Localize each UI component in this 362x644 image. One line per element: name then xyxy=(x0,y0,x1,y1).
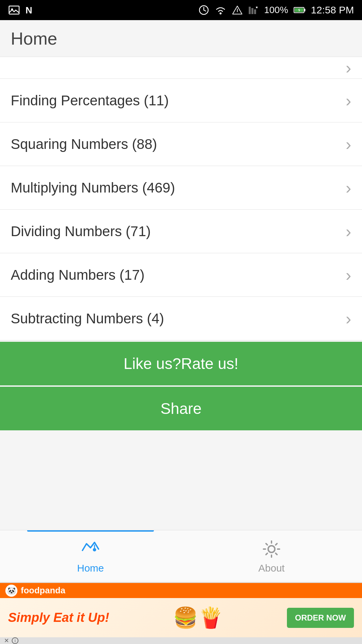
chevron-partial-icon: › xyxy=(346,58,351,77)
nav-about[interactable]: About xyxy=(181,530,362,582)
svg-point-6 xyxy=(220,12,222,14)
ad-content-left: Simply Eat it Up! xyxy=(8,610,109,625)
svg-rect-10 xyxy=(251,8,253,14)
chevron-icon: › xyxy=(346,222,351,241)
svg-rect-11 xyxy=(254,9,256,14)
clock-icon xyxy=(198,5,209,15)
list-item[interactable]: Squaring Numbers (88) › xyxy=(0,122,362,166)
list-item[interactable]: Adding Numbers (17) › xyxy=(0,253,362,297)
svg-rect-16 xyxy=(304,9,305,11)
svg-rect-9 xyxy=(249,7,251,14)
list-item[interactable]: Dividing Numbers (71) › xyxy=(0,210,362,253)
ad-order-button[interactable]: ORDER NOW xyxy=(287,608,354,628)
nav-home[interactable]: Home xyxy=(0,530,181,582)
list-item[interactable]: Multiplying Numbers (469) › xyxy=(0,166,362,210)
ad-bottom-bar: ✕ i xyxy=(0,637,362,644)
status-time: 12:58 PM xyxy=(311,4,354,16)
category-list: › Finding Percentages (11) › Squaring Nu… xyxy=(0,57,362,340)
battery-icon xyxy=(294,6,306,14)
action-buttons: Like us?Rate us! Share xyxy=(0,342,362,430)
chevron-icon: › xyxy=(346,135,351,154)
status-bar: N 100% xyxy=(0,0,362,20)
bottom-navigation: Home About xyxy=(0,530,362,582)
ad-food-image: 🍔🍟 xyxy=(173,606,223,630)
svg-text:N: N xyxy=(25,5,32,15)
list-item-label: Subtracting Numbers (4) xyxy=(11,311,164,327)
chevron-icon: › xyxy=(346,91,351,110)
wifi-icon xyxy=(215,5,227,15)
home-activity-icon xyxy=(80,538,101,560)
list-item[interactable]: Finding Percentages (11) › xyxy=(0,79,362,122)
chevron-icon: › xyxy=(346,265,351,285)
ad-brand-logo: 🐼 xyxy=(5,585,17,597)
svg-point-20 xyxy=(93,548,96,551)
app-title: Home xyxy=(11,29,57,49)
svg-point-23 xyxy=(268,546,275,552)
ad-header: 🐼 foodpanda xyxy=(0,583,362,598)
ad-info-icon[interactable]: i xyxy=(12,637,18,644)
status-icons-left: N xyxy=(8,4,36,16)
ad-tagline: Simply Eat it Up! xyxy=(8,610,109,625)
chevron-icon: › xyxy=(346,309,351,328)
chevron-icon: › xyxy=(346,178,351,198)
list-item-label: Adding Numbers (17) xyxy=(11,267,144,283)
list-item-label: Squaring Numbers (88) xyxy=(11,136,157,152)
signal-icon xyxy=(232,5,243,15)
ad-brand-name: foodpanda xyxy=(21,585,65,596)
list-item-label: Multiplying Numbers (469) xyxy=(11,180,175,196)
share-button[interactable]: Share xyxy=(0,387,362,430)
svg-line-5 xyxy=(204,10,206,11)
nav-home-label: Home xyxy=(77,562,104,574)
notification-status-icon: N xyxy=(24,4,36,16)
nav-about-label: About xyxy=(258,562,285,574)
list-item-label: Dividing Numbers (71) xyxy=(11,223,151,239)
ad-banner[interactable]: 🐼 foodpanda Simply Eat it Up! 🍔🍟 ORDER N… xyxy=(0,582,362,644)
gear-icon xyxy=(261,538,282,560)
image-status-icon xyxy=(8,4,20,16)
list-item-label: Finding Percentages (11) xyxy=(11,93,169,109)
svg-rect-0 xyxy=(9,6,19,14)
ad-close-icon[interactable]: ✕ xyxy=(4,637,9,644)
status-icons-right: 100% 12:58 PM xyxy=(198,4,354,16)
ad-body: Simply Eat it Up! 🍔🍟 ORDER NOW xyxy=(0,598,362,637)
main-content: › Finding Percentages (11) › Squaring Nu… xyxy=(0,57,362,530)
signal2-icon xyxy=(248,5,259,15)
rate-us-button[interactable]: Like us?Rate us! xyxy=(0,342,362,385)
app-header: Home xyxy=(0,20,362,57)
list-item[interactable]: Subtracting Numbers (4) › xyxy=(0,297,362,340)
battery-level: 100% xyxy=(264,5,288,15)
list-item-partial: › xyxy=(0,57,362,79)
